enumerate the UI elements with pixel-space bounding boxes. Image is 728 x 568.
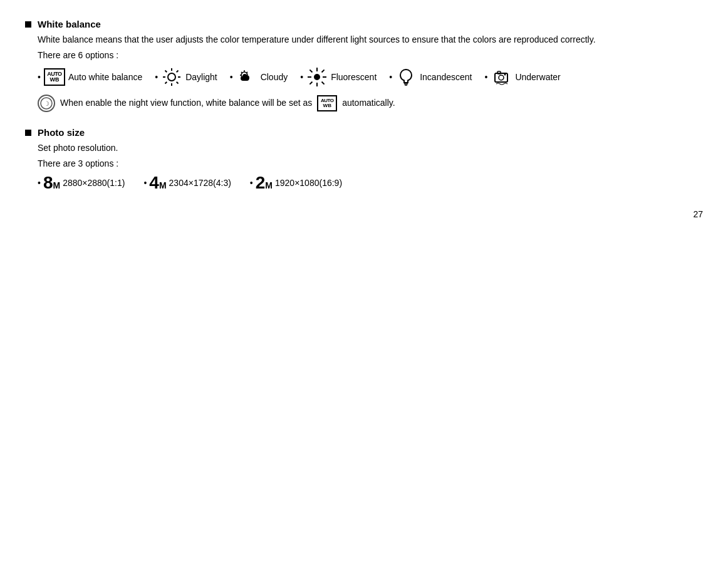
svg-line-6 xyxy=(177,82,179,84)
photo-size-section: Photo size Set photo resolution. There a… xyxy=(25,127,703,192)
2m-label: 1920×1080(16:9) xyxy=(275,178,342,188)
photo-size-heading: Photo size xyxy=(38,127,85,138)
bullet-dot: • xyxy=(250,178,253,188)
fluorescent-label: Fluorescent xyxy=(331,72,377,82)
white-balance-options: • AUTO WB Auto white balance • xyxy=(38,66,703,88)
4m-sub: M xyxy=(159,181,167,190)
option-4m: • 4 M 2304×1728(4:3) xyxy=(143,174,231,192)
white-balance-desc2: There are 6 options : xyxy=(38,49,703,62)
svg-line-22 xyxy=(310,82,313,85)
option-8m: • 8 M 2880×2880(1:1) xyxy=(38,174,125,192)
4m-number: 4 xyxy=(149,174,159,192)
svg-line-20 xyxy=(322,82,325,85)
8m-sub: M xyxy=(53,181,60,190)
daylight-icon xyxy=(160,66,183,88)
night-view-icon: ☽ xyxy=(38,95,55,112)
option-incandescent: • Incandescent xyxy=(389,66,472,88)
bullet-dot: • xyxy=(230,72,233,82)
photo-size-desc2: There are 3 options : xyxy=(38,157,703,170)
bullet-dot: • xyxy=(155,72,158,82)
svg-line-19 xyxy=(310,70,313,72)
option-underwater: • Underwater xyxy=(484,66,560,88)
fluorescent-icon xyxy=(306,66,328,88)
option-fluorescent: • xyxy=(300,66,377,88)
page-number: 27 xyxy=(693,209,703,219)
svg-point-14 xyxy=(314,74,320,80)
bullet-dot: • xyxy=(38,178,41,188)
bullet-dot: • xyxy=(389,72,392,82)
page: White balance White balance means that t… xyxy=(0,0,728,232)
underwater-label: Underwater xyxy=(515,72,560,82)
2m-number: 2 xyxy=(256,174,266,192)
bullet-icon xyxy=(25,21,31,28)
svg-text:☽: ☽ xyxy=(44,100,49,107)
svg-point-0 xyxy=(168,73,175,81)
option-auto-wb: • AUTO WB Auto white balance xyxy=(38,66,142,88)
bullet-icon xyxy=(25,130,31,136)
svg-line-8 xyxy=(165,82,167,84)
svg-point-29 xyxy=(504,74,506,76)
svg-point-27 xyxy=(499,75,504,80)
option-cloudy: • Cloudy xyxy=(230,66,288,88)
incandescent-icon xyxy=(395,66,417,88)
bullet-dot: • xyxy=(484,72,487,82)
bullet-dot: • xyxy=(300,72,303,82)
incandescent-label: Incandescent xyxy=(420,72,472,82)
bullet-dot: • xyxy=(38,72,41,82)
photo-size-title: Photo size xyxy=(25,127,703,138)
auto-wb-label: Auto white balance xyxy=(68,72,142,82)
option-2m: • 2 M 1920×1080(16:9) xyxy=(250,174,342,192)
svg-line-13 xyxy=(246,72,247,73)
underwater-icon xyxy=(490,66,512,88)
night-note-text: When enable the night view function, whi… xyxy=(60,95,395,111)
white-balance-section: White balance White balance means that t… xyxy=(25,19,703,112)
white-balance-title: White balance xyxy=(25,19,703,29)
white-balance-body: White balance means that the user adjust… xyxy=(38,33,703,112)
8m-label: 2880×2880(1:1) xyxy=(63,178,125,188)
cloudy-label: Cloudy xyxy=(261,72,288,82)
8m-number: 8 xyxy=(43,174,53,192)
option-daylight: • Dayli xyxy=(155,66,217,88)
night-note: ☽ When enable the night view function, w… xyxy=(38,95,703,112)
daylight-label: Daylight xyxy=(185,72,217,82)
svg-line-12 xyxy=(241,72,242,73)
cloudy-icon xyxy=(236,66,258,88)
2m-sub: M xyxy=(265,181,273,190)
white-balance-heading: White balance xyxy=(38,19,101,29)
auto-wb-icon: AUTO WB xyxy=(43,66,66,88)
bullet-dot: • xyxy=(143,178,147,188)
photo-size-body: Set photo resolution. There are 3 option… xyxy=(38,142,703,192)
photo-size-options: • 8 M 2880×2880(1:1) • 4 M 2304×1728(4:3… xyxy=(38,174,703,192)
white-balance-desc1: White balance means that the user adjust… xyxy=(38,33,703,46)
svg-line-7 xyxy=(177,71,179,73)
photo-size-desc1: Set photo resolution. xyxy=(38,142,703,155)
svg-line-21 xyxy=(322,70,325,72)
4m-label: 2304×1728(4:3) xyxy=(169,178,231,188)
svg-line-5 xyxy=(165,71,167,73)
